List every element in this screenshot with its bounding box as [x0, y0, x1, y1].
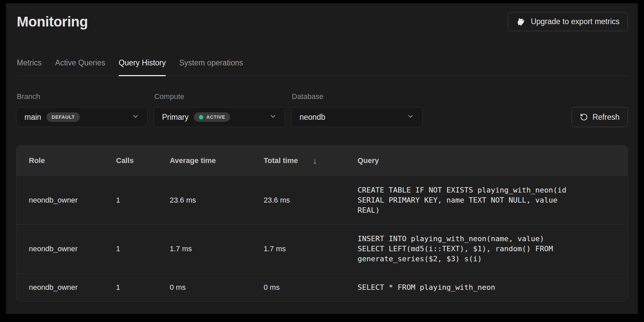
refresh-icon	[580, 113, 588, 121]
role-cell: neondb_owner	[29, 196, 116, 205]
monitoring-page: Monitoring Upgrade to export metrics Met…	[6, 3, 638, 314]
average-time-cell: 23.6 ms	[170, 196, 264, 205]
database-select[interactable]: neondb	[291, 107, 423, 127]
role-cell: neondb_owner	[29, 245, 116, 253]
chevron-down-icon	[407, 113, 414, 121]
table-row[interactable]: neondb_owner 1 23.6 ms 23.6 ms CREATE TA…	[16, 176, 628, 224]
compute-filter: Compute Primary ACTIVE	[154, 92, 285, 127]
table-header-row: Role Calls Average time Total time ↓ Que…	[16, 146, 628, 176]
tab-bar: Metrics Active Queries Query History Sys…	[17, 58, 628, 76]
tab-metrics[interactable]: Metrics	[17, 58, 42, 76]
column-header-total-time[interactable]: Total time ↓	[264, 156, 358, 166]
topbar: Monitoring Upgrade to export metrics	[17, 12, 628, 31]
upgrade-to-export-metrics-button[interactable]: Upgrade to export metrics	[508, 12, 628, 31]
column-header-calls[interactable]: Calls	[116, 156, 170, 165]
database-label: Database	[292, 92, 423, 101]
total-time-cell: 0 ms	[264, 283, 358, 292]
query-history-table: Role Calls Average time Total time ↓ Que…	[16, 145, 628, 302]
branch-label: Branch	[17, 92, 148, 101]
active-badge: ACTIVE	[194, 112, 230, 122]
database-filter: Database neondb	[291, 92, 423, 127]
database-value: neondb	[300, 113, 325, 122]
upgrade-button-label: Upgrade to export metrics	[531, 17, 620, 26]
active-status-dot	[199, 115, 203, 119]
chevron-down-icon	[132, 113, 139, 121]
compute-select[interactable]: Primary ACTIVE	[154, 107, 285, 127]
tab-query-history[interactable]: Query History	[119, 58, 166, 76]
column-header-average-time[interactable]: Average time	[170, 156, 264, 165]
compute-label: Compute	[154, 92, 285, 101]
branch-filter: Branch main DEFAULT	[16, 92, 148, 127]
calls-cell: 1	[116, 245, 170, 253]
calls-cell: 1	[116, 283, 170, 292]
datadog-dog-icon	[516, 17, 526, 27]
refresh-button-label: Refresh	[592, 113, 620, 122]
query-cell: CREATE TABLE IF NOT EXISTS playing_with_…	[358, 185, 618, 215]
active-badge-label: ACTIVE	[206, 114, 225, 120]
filters-row: Branch main DEFAULT Compute Primary ACTI…	[16, 92, 628, 127]
total-time-cell: 23.6 ms	[264, 196, 358, 205]
branch-select[interactable]: main DEFAULT	[16, 107, 148, 127]
total-time-cell: 1.7 ms	[264, 245, 358, 253]
default-badge: DEFAULT	[47, 112, 80, 122]
compute-value: Primary	[162, 113, 189, 122]
refresh-button[interactable]: Refresh	[572, 107, 628, 127]
average-time-cell: 1.7 ms	[170, 245, 264, 253]
table-row[interactable]: neondb_owner 1 0 ms 0 ms SELECT * FROM p…	[16, 273, 628, 302]
sort-descending-icon: ↓	[313, 156, 317, 166]
column-header-role[interactable]: Role	[29, 156, 116, 165]
tab-active-queries[interactable]: Active Queries	[55, 58, 105, 76]
query-cell: INSERT INTO playing_with_neon(name, valu…	[358, 234, 618, 264]
chevron-down-icon	[269, 113, 277, 121]
average-time-cell: 0 ms	[170, 283, 264, 292]
table-row[interactable]: neondb_owner 1 1.7 ms 1.7 ms INSERT INTO…	[16, 224, 628, 273]
total-time-header-label: Total time	[264, 156, 298, 165]
calls-cell: 1	[116, 196, 170, 205]
role-cell: neondb_owner	[29, 283, 116, 292]
query-cell: SELECT * FROM playing_with_neon	[358, 282, 618, 292]
branch-value: main	[24, 113, 41, 122]
column-header-query[interactable]: Query	[358, 156, 618, 165]
tab-system-operations[interactable]: System operations	[179, 58, 243, 76]
page-title: Monitoring	[17, 13, 88, 30]
